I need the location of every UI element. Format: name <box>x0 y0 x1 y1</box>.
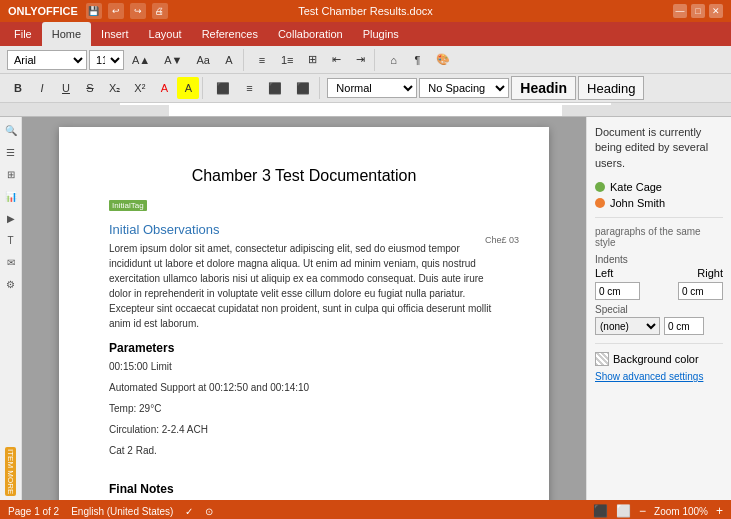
right-panel: Document is currently being edited by se… <box>586 117 731 500</box>
indent-right-input[interactable] <box>678 282 723 300</box>
final-notes-heading[interactable]: Final Notes <box>109 482 499 496</box>
bullet-list-button[interactable]: ≡ <box>251 49 273 71</box>
subscript-button[interactable]: X₂ <box>103 77 126 99</box>
spacing-style-select[interactable]: No Spacing <box>419 78 509 98</box>
ruler <box>0 103 731 117</box>
param5[interactable]: Cat 2 Rad. <box>109 443 499 458</box>
zoom-in-button[interactable]: + <box>716 504 723 518</box>
zoom-fit-page-button[interactable]: ⬜ <box>616 504 631 518</box>
multilevel-list-button[interactable]: ⊞ <box>301 49 323 71</box>
underline-button[interactable]: U <box>55 77 77 99</box>
left-sidebar: 🔍 ☰ ⊞ 📊 ▶ T ✉ ⚙ ITEM MORE <box>0 117 22 500</box>
special-value-input[interactable] <box>664 317 704 335</box>
nonprint-button[interactable]: ¶ <box>406 49 428 71</box>
bg-color-swatch[interactable] <box>595 352 609 366</box>
print-icon[interactable]: 🖨 <box>152 3 168 19</box>
menu-references[interactable]: References <box>192 22 268 46</box>
section1-body[interactable]: Lorem ipsum dolor sit amet, consectetur … <box>109 241 499 331</box>
sidebar-mail-icon[interactable]: ✉ <box>2 253 20 271</box>
font-case-button[interactable]: Aa <box>190 49 215 71</box>
italic-button[interactable]: I <box>31 77 53 99</box>
user-cursor-label: Che£ 03 <box>485 235 519 245</box>
spell-check-icon[interactable]: ✓ <box>185 506 193 517</box>
document-area[interactable]: Che£ 03 Chamber 3 Test Documentation Ini… <box>22 117 586 500</box>
param3[interactable]: Temp: 29°C <box>109 401 499 416</box>
show-advanced-link[interactable]: Show advanced settings <box>595 371 703 382</box>
document-page: Che£ 03 Chamber 3 Test Documentation Ini… <box>59 127 549 500</box>
status-left: Page 1 of 2 English (United States) ✓ ⊙ <box>8 506 213 517</box>
font-grow-button[interactable]: A▲ <box>126 49 156 71</box>
section1-heading[interactable]: Initial Observations <box>109 222 499 237</box>
align-center-button[interactable]: ≡ <box>238 77 260 99</box>
highlight-button[interactable]: A <box>177 77 199 99</box>
menu-layout[interactable]: Layout <box>139 22 192 46</box>
sidebar-item-more[interactable]: ITEM MORE <box>5 447 16 496</box>
font-shrink-button[interactable]: A▼ <box>158 49 188 71</box>
sidebar-nav-icon[interactable]: ☰ <box>2 143 20 161</box>
align-right-button[interactable]: ⬛ <box>262 77 288 99</box>
title-bar-icons: 💾 ↩ ↪ 🖨 <box>86 3 168 19</box>
indent-left-input[interactable] <box>595 282 640 300</box>
copy-style-button[interactable]: ⌂ <box>382 49 404 71</box>
font-clear-button[interactable]: A <box>218 49 240 71</box>
param4[interactable]: Circulation: 2-2.4 ACH <box>109 422 499 437</box>
menu-bar: File Home Insert Layout References Colla… <box>0 22 731 46</box>
shading-button[interactable]: 🎨 <box>430 49 456 71</box>
params-heading[interactable]: Parameters <box>109 341 499 355</box>
track-changes-icon[interactable]: ⊙ <box>205 506 213 517</box>
align-group: ⬛ ≡ ⬛ ⬛ <box>207 77 320 99</box>
sidebar-settings-icon[interactable]: ⚙ <box>2 275 20 293</box>
undo-icon[interactable]: ↩ <box>108 3 124 19</box>
numbered-list-button[interactable]: 1≡ <box>275 49 300 71</box>
special-row: (none) <box>595 317 723 335</box>
heading1-button[interactable]: Headin <box>511 76 576 100</box>
menu-file[interactable]: File <box>4 22 42 46</box>
document-title[interactable]: Chamber 3 Test Documentation <box>109 167 499 185</box>
special-select[interactable]: (none) <box>595 317 660 335</box>
close-button[interactable]: ✕ <box>709 4 723 18</box>
zoom-out-button[interactable]: − <box>639 504 646 518</box>
menu-insert[interactable]: Insert <box>91 22 139 46</box>
bold-button[interactable]: B <box>7 77 29 99</box>
menu-home[interactable]: Home <box>42 22 91 46</box>
indent-right-label: Right <box>697 267 723 279</box>
toolbar-row2: B I U S X₂ X² A A ⬛ ≡ ⬛ ⬛ Normal No Spac… <box>0 74 731 103</box>
maximize-button[interactable]: □ <box>691 4 705 18</box>
sidebar-image-icon[interactable]: ▶ <box>2 209 20 227</box>
paragraph-style-select[interactable]: Normal <box>327 78 417 98</box>
redo-icon[interactable]: ↪ <box>130 3 146 19</box>
heading2-button[interactable]: Heading <box>578 76 644 100</box>
text-color-button[interactable]: A <box>153 77 175 99</box>
style-select-group: Normal No Spacing Headin Heading <box>324 76 647 100</box>
minimize-button[interactable]: — <box>673 4 687 18</box>
superscript-button[interactable]: X² <box>128 77 151 99</box>
sidebar-table-icon[interactable]: ⊞ <box>2 165 20 183</box>
status-right: ⬛ ⬜ − Zoom 100% + <box>593 504 723 518</box>
font-family-select[interactable]: Arial <box>7 50 87 70</box>
sidebar-zoom-icon[interactable]: 🔍 <box>2 121 20 139</box>
zoom-fit-width-button[interactable]: ⬛ <box>593 504 608 518</box>
justify-button[interactable]: ⬛ <box>290 77 316 99</box>
menu-collaboration[interactable]: Collaboration <box>268 22 353 46</box>
sidebar-text-icon[interactable]: T <box>2 231 20 249</box>
user-item-kate: Kate Cage <box>595 181 723 193</box>
indent-values-row <box>595 282 723 300</box>
param2[interactable]: Automated Support at 00:12:50 and 00:14:… <box>109 380 499 395</box>
menu-plugins[interactable]: Plugins <box>353 22 409 46</box>
strikethrough-button[interactable]: S <box>79 77 101 99</box>
sidebar-chart-icon[interactable]: 📊 <box>2 187 20 205</box>
toolbar-row1: Arial 11 A▲ A▼ Aa A ≡ 1≡ ⊞ ⇤ ⇥ ⌂ ¶ 🎨 <box>0 46 731 74</box>
format-group: ⌂ ¶ 🎨 <box>379 49 459 71</box>
window-controls: — □ ✕ <box>673 4 723 18</box>
title-bar: ONLYOFFICE 💾 ↩ ↪ 🖨 Test Chamber Results.… <box>0 0 731 22</box>
increase-indent-button[interactable]: ⇥ <box>349 49 371 71</box>
doc-title: Test Chamber Results.docx <box>298 5 433 17</box>
status-bar: Page 1 of 2 English (United States) ✓ ⊙ … <box>0 500 731 519</box>
param1[interactable]: 00:15:00 Limit <box>109 359 499 374</box>
special-label: Special <box>595 304 723 315</box>
decrease-indent-button[interactable]: ⇤ <box>325 49 347 71</box>
save-icon[interactable]: 💾 <box>86 3 102 19</box>
indents-label: Indents <box>595 254 723 265</box>
font-size-select[interactable]: 11 <box>89 50 124 70</box>
align-left-button[interactable]: ⬛ <box>210 77 236 99</box>
